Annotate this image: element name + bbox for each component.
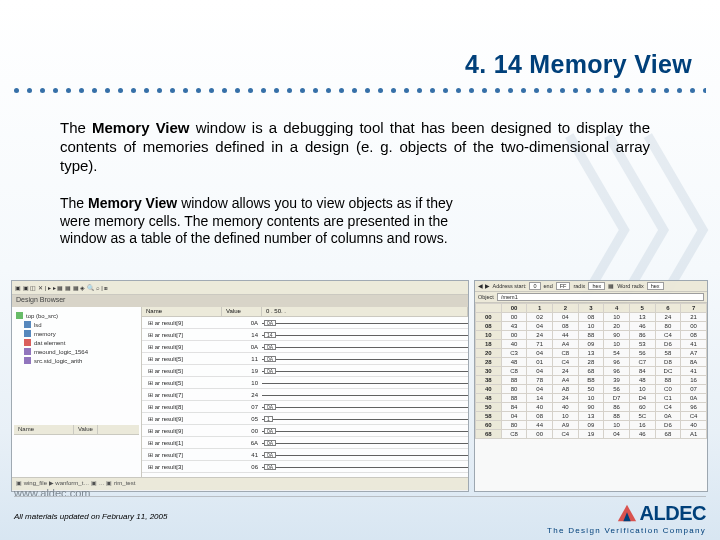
footer-url: www.aldec.com [14, 487, 90, 499]
footer-divider [14, 496, 706, 497]
aldec-logo: ALDEC [616, 502, 706, 525]
waveform-panel: NameValue0 . 50. . ⊞ ar result[9]0A0A⊞ a… [142, 307, 468, 477]
footer-tagline: The Design Verification Company [547, 526, 706, 535]
design-tree: top (bo_src) lsd memory dat element meou… [12, 307, 142, 477]
memory-view-screenshot: ◀ ▶Address start:0 endFF radixhex▦ Word … [474, 280, 708, 492]
memory-table: 0012345670000020408101324210843040810204… [475, 303, 707, 439]
intro-paragraph: The Memory View window is a debugging to… [60, 118, 650, 176]
design-browser-screenshot: ▣ ▣ ◫ ✕ | ▸ ▸ ▦ ▦ ▦ ◈ 🔍 ⌕ | ▦ Design Bro… [11, 280, 469, 492]
divider-dots [14, 88, 706, 94]
detail-paragraph: The Memory View window allows you to vie… [60, 195, 470, 248]
updated-date: All materials updated on February 11, 20… [14, 512, 167, 521]
slide-title: 4. 14 Memory View [465, 50, 692, 79]
panel-title: Design Browser [12, 295, 468, 307]
toolbar: ▣ ▣ ◫ ✕ | ▸ ▸ ▦ ▦ ▦ ◈ 🔍 ⌕ | ▦ [12, 281, 468, 295]
